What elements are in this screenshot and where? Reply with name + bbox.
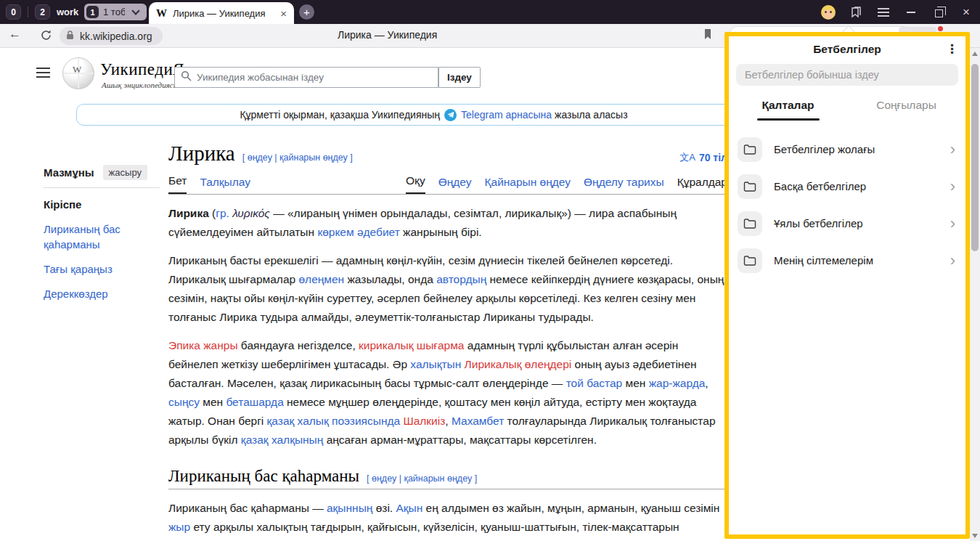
chevron-right-icon: › [950, 216, 955, 232]
lock-icon [65, 30, 75, 43]
address-bar-page-title: Лирика — Уикипедия [338, 29, 437, 41]
scroll-up-icon[interactable] [972, 52, 978, 56]
wiki-link[interactable]: гр. [216, 207, 229, 219]
new-tab-button[interactable]: + [299, 4, 314, 20]
bookmarks-panel: Бетбелгілер ⋮ Бетбелгілер бойынша іздеу … [724, 32, 970, 539]
tab-talk[interactable]: Талқылау [200, 176, 250, 194]
wiki-search-button[interactable]: Іздеу [438, 67, 481, 88]
wiki-link[interactable]: той бастар [566, 377, 623, 389]
tab-close-icon[interactable]: × [280, 7, 287, 20]
wiki-link[interactable]: Telegram арнасына [461, 109, 552, 121]
window-close-button[interactable]: × [963, 6, 970, 18]
section-edit-links[interactable]: [ өңдеу | қайнарын өңдеу ] [367, 473, 477, 484]
wiki-link[interactable]: сыңсу [168, 396, 200, 408]
paragraph-features: Лириканың басты ерекшелігі — адамның көң… [168, 251, 727, 327]
kebab-menu-icon[interactable]: ⋮ [946, 41, 958, 57]
wiki-link[interactable]: кирикалық шығарма [359, 339, 464, 351]
language-count: 70 тіл [699, 152, 727, 163]
text-segment: , [705, 377, 708, 389]
tab-history[interactable]: Өңделу тарихы [584, 176, 664, 194]
paragraph-hero: Лириканың бас қаһарманы — ақынның өзі. А… [168, 499, 727, 541]
browser-tab-bar: 0 2 work 1 1 тобы W Лирика — Уикипедия ×… [0, 0, 980, 24]
window-minimize-button[interactable] [907, 12, 915, 13]
tab-tools[interactable]: Құралдар [677, 176, 727, 194]
url-text: kk.wikipedia.org [80, 30, 152, 42]
wiki-link[interactable]: Махамбет [452, 415, 504, 427]
tab-group-badge-zero[interactable]: 0 [6, 4, 21, 20]
wiki-link[interactable]: автордың [436, 273, 486, 285]
text-segment: λυρικός [232, 207, 270, 219]
chevron-right-icon: › [950, 142, 955, 158]
wikipedia-favicon-icon: W [156, 7, 167, 20]
wiki-link[interactable]: қазақ халқының [241, 434, 323, 446]
wikipedia-wordmark[interactable]: УикипедиЯ [100, 60, 184, 79]
wiki-link[interactable]: Лирикалық өлеңдері [465, 358, 572, 370]
wiki-link[interactable]: Эпика жанры [168, 339, 238, 351]
section-heading: Лириканың бас қаһарманы [168, 467, 359, 486]
tab-page[interactable]: Бет [168, 174, 187, 194]
bookmarks-tabs: Қалталар Соңғылары [729, 96, 965, 121]
toc-item-intro[interactable]: Кіріспе [44, 197, 160, 212]
wiki-link[interactable]: өлеңмен [298, 273, 344, 285]
toc-item-sources[interactable]: Дереккөздер [44, 286, 160, 301]
article-content: Лирика [ өңдеу | қайнарын өңдеу ] 文A 70 … [168, 142, 727, 541]
scrollbar-thumb[interactable] [971, 64, 979, 251]
wiki-link[interactable]: халықтын [410, 358, 461, 370]
bookmarks-search-input[interactable]: Бетбелгілер бойынша іздеу [736, 64, 958, 86]
tab-group-expand-button[interactable] [125, 4, 147, 20]
folder-row-other-bookmarks[interactable]: Басқа бетбелгілер › [729, 168, 965, 205]
wiki-link[interactable]: жар-жарда [649, 377, 706, 389]
wiki-link[interactable]: Шалкиіз [403, 415, 445, 427]
refresh-button[interactable] [40, 29, 52, 44]
toc-item-see-also[interactable]: Тағы қараңыз [44, 261, 160, 277]
text-segment: өзі. [372, 502, 396, 514]
tab-group-separator [28, 7, 28, 17]
text-segment: Құрметті оқырман, қазақша Уикипедияның [240, 109, 440, 121]
folder-label: Менің сілтемелерім [774, 254, 939, 267]
wiki-link[interactable]: беташарда [226, 396, 283, 408]
wiki-hamburger-icon[interactable] [36, 68, 50, 78]
toc-item-main-hero[interactable]: Лириканың бас қаһарманы [44, 221, 160, 252]
active-browser-tab[interactable]: W Лирика — Уикипедия × [149, 2, 294, 24]
add-bookmark-icon[interactable] [703, 28, 713, 43]
tab-edit[interactable]: Өңдеу [438, 176, 472, 194]
wiki-search-input[interactable]: Уикипедия жобасынан іздеу [174, 67, 438, 88]
wikipedia-logo[interactable]: W [62, 57, 94, 89]
back-button[interactable]: ← [9, 27, 21, 41]
bookmarks-panel-icon[interactable] [849, 6, 862, 19]
text-segment: жазылады, онда [344, 273, 436, 285]
tab-group-badge-work-count[interactable]: 2 [35, 4, 50, 20]
text-segment: , [445, 415, 452, 427]
window-restore-button[interactable] [935, 9, 943, 17]
tab-read[interactable]: Оқу [406, 174, 425, 194]
toc-title: Мазмұны [44, 166, 94, 179]
url-field[interactable]: kk.wikipedia.org [60, 27, 163, 45]
toc-divider [44, 187, 160, 188]
tab-recent[interactable]: Соңғылары [847, 96, 965, 121]
scroll-down-icon[interactable] [972, 534, 978, 538]
wiki-link[interactable]: ақынның [327, 502, 372, 514]
text-segment: ең алдымен өз жайын, мұңын, арманын, қуа… [422, 502, 719, 514]
language-icon: 文A [679, 151, 695, 164]
folder-row-mobile-bookmarks[interactable]: Ұялы бетбелгілер › [729, 205, 965, 242]
wiki-link[interactable]: қазақ халық поэзиясында [267, 415, 401, 427]
wiki-link[interactable]: көркем әдебиет [317, 226, 399, 238]
chevron-right-icon: › [950, 179, 955, 195]
page-scrollbar[interactable] [970, 48, 980, 541]
tab-edit-source[interactable]: Қайнарын өңдеу [485, 176, 571, 194]
title-edit-links[interactable]: [ өңдеу | қайнарын өңдеу ] [242, 152, 353, 163]
tab-folders[interactable]: Қалталар [729, 96, 847, 121]
wiki-link[interactable]: жыр [168, 521, 190, 533]
tab-group-work-label[interactable]: work [57, 7, 78, 17]
text-segment: мен [622, 377, 648, 389]
toc-hide-button[interactable]: жасыру [103, 165, 147, 180]
chevron-down-icon [131, 7, 139, 15]
active-tab-title: Лирика — Уикипедия [173, 8, 274, 19]
profile-avatar[interactable] [821, 5, 836, 20]
folder-row-bookmarks-bar[interactable]: Бетбелгілер жолағы › [729, 131, 965, 168]
text-segment: ( [209, 207, 216, 219]
wiki-link[interactable]: Ақын [396, 502, 422, 514]
folder-row-my-links[interactable]: Менің сілтемелерім › [729, 242, 965, 279]
language-selector[interactable]: 文A 70 тіл [679, 151, 727, 164]
browser-menu-icon[interactable] [878, 8, 889, 17]
